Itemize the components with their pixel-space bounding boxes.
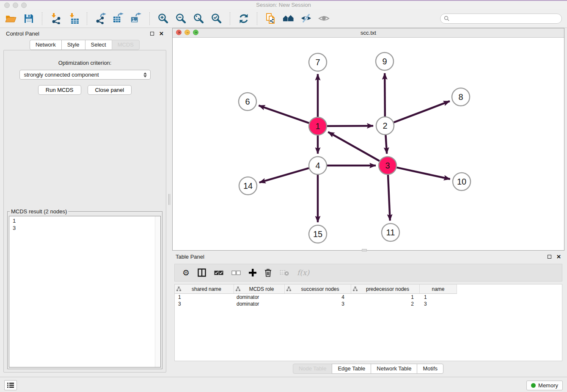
open-session-icon[interactable] <box>5 13 17 24</box>
clone-network-icon[interactable] <box>265 13 276 24</box>
show-columns-icon[interactable] <box>198 267 206 278</box>
graph-node-7[interactable]: 7 <box>309 53 327 71</box>
graph-edge-1-2[interactable] <box>327 126 373 126</box>
zoom-out-icon[interactable] <box>175 13 187 24</box>
column-header-mcds-role[interactable]: MCDS role <box>234 284 285 293</box>
column-header-name[interactable]: name <box>420 284 457 293</box>
tab-network-table[interactable]: Network Table <box>371 364 417 374</box>
network-canvas[interactable]: 7968124314101511 <box>173 38 564 250</box>
import-table-icon[interactable] <box>68 13 79 24</box>
horizontal-splitter-handle[interactable] <box>362 249 367 251</box>
tab-style[interactable]: Style <box>61 40 85 50</box>
save-session-icon[interactable] <box>23 13 34 24</box>
network-minimize-button[interactable]: − <box>184 30 190 35</box>
column-header-successor-nodes[interactable]: successor nodes <box>285 284 351 293</box>
graph-node-4[interactable]: 4 <box>309 157 327 174</box>
node-table[interactable]: shared nameMCDS rolesuccessor nodesprede… <box>174 284 562 361</box>
control-panel-title: Control Panel <box>6 30 39 37</box>
graph-node-label: 11 <box>386 228 395 237</box>
mcds-result-box[interactable]: 13 <box>9 216 161 367</box>
graph-edge-2-8[interactable] <box>394 101 450 122</box>
close-table-panel-icon[interactable]: ✕ <box>556 254 561 259</box>
zoom-fit-icon[interactable] <box>193 13 204 24</box>
task-history-button[interactable] <box>4 380 17 390</box>
tab-mcds[interactable]: MCDS <box>112 40 140 50</box>
column-type-icon <box>176 285 181 293</box>
graph-node-3[interactable]: 3 <box>379 157 396 174</box>
graph-node-1[interactable]: 1 <box>309 117 327 135</box>
table-cell[interactable]: 1 <box>175 294 234 300</box>
zoom-selected-icon[interactable] <box>211 13 222 24</box>
table-cell[interactable]: 3 <box>175 301 234 307</box>
table-cell[interactable]: 1 <box>420 294 457 300</box>
graph-node-15[interactable]: 15 <box>309 225 327 243</box>
graph-edge-1-6[interactable] <box>259 105 309 123</box>
run-mcds-button[interactable]: Run MCDS <box>38 85 81 95</box>
toolbar-separator <box>230 12 230 25</box>
graph-node-9[interactable]: 9 <box>376 52 394 70</box>
window-minimize-button[interactable] <box>13 3 18 8</box>
column-header-shared-name[interactable]: shared name <box>175 284 234 293</box>
graph-node-2[interactable]: 2 <box>376 117 394 135</box>
graph-edge-3-10[interactable] <box>396 168 450 179</box>
column-label: shared name <box>181 286 232 292</box>
export-table-icon[interactable] <box>113 13 124 24</box>
graph-node-10[interactable]: 10 <box>453 173 471 190</box>
result-scrollbar[interactable] <box>155 216 160 367</box>
graph-node-14[interactable]: 14 <box>239 177 257 195</box>
tab-select[interactable]: Select <box>85 40 112 50</box>
table-cell[interactable]: 2 <box>351 301 420 307</box>
import-network-icon[interactable] <box>50 13 61 24</box>
select-all-columns-icon[interactable] <box>214 267 223 278</box>
window-zoom-button[interactable] <box>21 3 27 8</box>
tab-network[interactable]: Network <box>30 40 62 50</box>
table-cell[interactable]: dominator <box>234 301 285 307</box>
delete-columns-icon[interactable] <box>264 267 272 278</box>
refresh-icon[interactable] <box>238 13 249 24</box>
vertical-splitter-handle[interactable] <box>168 194 170 205</box>
create-column-icon[interactable] <box>249 267 256 278</box>
graph-node-8[interactable]: 8 <box>452 88 470 106</box>
criterion-select[interactable]: strongly connected component <box>19 70 151 80</box>
show-all-icon[interactable] <box>318 13 330 24</box>
graph-edge-2-3[interactable] <box>385 135 387 154</box>
table-cell[interactable]: 3 <box>420 301 457 307</box>
export-network-icon[interactable] <box>95 13 106 24</box>
network-maximize-button[interactable]: + <box>193 30 198 35</box>
tab-node-table[interactable]: Node Table <box>293 364 333 374</box>
window-close-button[interactable] <box>4 3 10 8</box>
close-panel-icon[interactable]: ✕ <box>159 31 164 36</box>
network-graph[interactable]: 7968124314101511 <box>173 38 564 250</box>
mcds-result-line: 3 <box>13 224 157 232</box>
network-window-titlebar[interactable]: ✕ − + scc.txt <box>173 28 564 38</box>
close-panel-button[interactable]: Close panel <box>88 85 132 95</box>
unselect-all-columns-icon[interactable] <box>231 267 241 278</box>
first-neighbors-icon[interactable] <box>283 13 294 24</box>
table-row[interactable]: 1dominator411 <box>175 294 562 301</box>
tab-edge-table[interactable]: Edge Table <box>332 364 371 374</box>
memory-button[interactable]: Memory <box>526 381 563 390</box>
graph-node-11[interactable]: 11 <box>382 224 399 241</box>
table-options-icon[interactable]: ⚙ <box>182 267 190 278</box>
float-panel-icon[interactable] <box>150 32 154 36</box>
graph-edge-2-9[interactable] <box>385 73 385 116</box>
table-cell[interactable]: 1 <box>351 294 420 300</box>
export-image-icon[interactable] <box>130 13 142 24</box>
graph-edge-3-1[interactable] <box>328 132 379 161</box>
network-close-button[interactable]: ✕ <box>176 30 182 35</box>
graph-edge-3-11[interactable] <box>388 175 390 221</box>
search-input[interactable] <box>451 14 561 23</box>
graph-node-6[interactable]: 6 <box>239 93 256 110</box>
tab-motifs[interactable]: Motifs <box>417 364 443 374</box>
table-row[interactable]: 3dominator323 <box>175 301 562 307</box>
hide-selected-icon[interactable] <box>300 13 312 24</box>
table-cell[interactable]: 3 <box>285 301 351 307</box>
table-cell[interactable]: dominator <box>234 294 285 300</box>
column-header-predecessor-nodes[interactable]: predecessor nodes <box>351 284 420 293</box>
float-table-panel-icon[interactable] <box>548 255 551 259</box>
search-box[interactable] <box>440 14 562 24</box>
node-table-header: shared nameMCDS rolesuccessor nodesprede… <box>175 284 457 294</box>
table-cell[interactable]: 4 <box>285 294 351 300</box>
graph-edge-4-14[interactable] <box>259 168 309 182</box>
zoom-in-icon[interactable] <box>157 13 169 24</box>
